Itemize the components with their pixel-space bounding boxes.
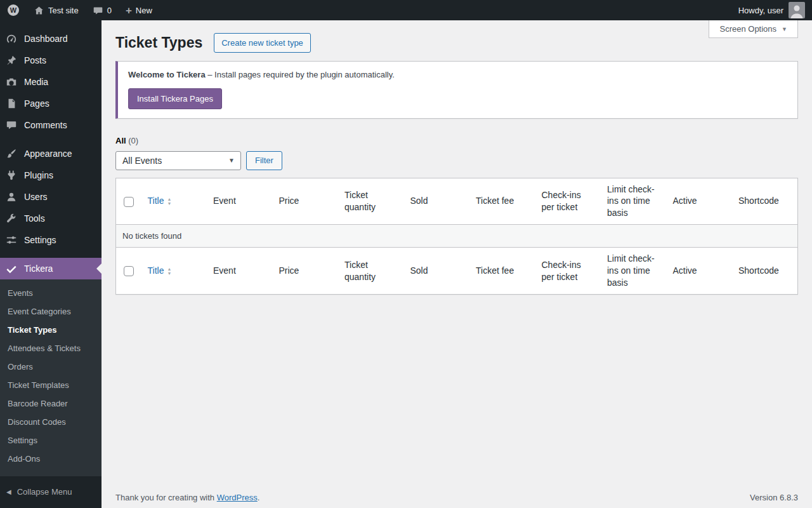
filter-button[interactable]: Filter: [246, 151, 282, 170]
menu-separator: [0, 251, 102, 258]
sidebar-item-label: Dashboard: [24, 34, 68, 44]
column-title: Title: [148, 265, 164, 277]
new-menu[interactable]: + New: [119, 0, 159, 20]
submenu-item-discount-codes[interactable]: Discount Codes: [0, 413, 102, 431]
ticket-types-table: Title▲▼ Event Price Ticket quantity Sold…: [115, 178, 798, 295]
page-header: Ticket Types Create new ticket type: [115, 33, 798, 53]
page-title: Ticket Types: [115, 34, 202, 53]
sort-title-link[interactable]: Title▲▼: [148, 195, 172, 207]
collapse-menu-button[interactable]: ◀ Collapse Menu: [0, 482, 102, 502]
speech-bubble-icon: [5, 119, 18, 131]
table-header-row: Title▲▼ Event Price Ticket quantity Sold…: [116, 178, 798, 225]
admin-bar-left: W Test site 0 + New: [0, 0, 159, 20]
site-name-label: Test site: [48, 6, 79, 15]
column-sold: Sold: [404, 248, 470, 295]
filter-all-link[interactable]: All (0): [115, 136, 138, 145]
sidebar-item-users[interactable]: Users: [0, 186, 102, 208]
svg-text:W: W: [10, 6, 17, 14]
avatar: [789, 2, 805, 18]
sidebar-item-appearance[interactable]: Appearance: [0, 143, 102, 164]
submenu-item-orders[interactable]: Orders: [0, 358, 102, 376]
main-content: Screen Options ▼ Ticket Types Create new…: [102, 20, 812, 508]
column-event: Event: [207, 178, 273, 225]
sort-title-link-footer[interactable]: Title▲▼: [148, 265, 172, 277]
select-all-checkbox[interactable]: [124, 197, 134, 207]
column-ticket-fee: Ticket fee: [469, 178, 535, 225]
howdy-label: Howdy, user: [738, 6, 783, 15]
document-icon: [5, 97, 18, 110]
sidebar-item-tools[interactable]: Tools: [0, 208, 102, 229]
comments-count: 0: [107, 6, 112, 15]
wordpress-link[interactable]: WordPress: [217, 493, 258, 502]
column-price: Price: [273, 178, 339, 225]
sidebar-item-label: Users: [24, 192, 48, 202]
dashboard-icon: [5, 32, 18, 45]
new-label: New: [136, 6, 152, 15]
wordpress-logo-menu[interactable]: W: [0, 0, 27, 20]
collapse-arrow-icon: ◀: [6, 488, 11, 495]
submenu-item-attendees-tickets[interactable]: Attendees & Tickets: [0, 339, 102, 358]
sidebar-item-posts[interactable]: Posts: [0, 50, 102, 71]
sidebar-item-settings[interactable]: Settings: [0, 229, 102, 251]
column-limit-checkins: Limit check-ins on time basis: [601, 248, 667, 295]
table-footer-row: Title▲▼ Event Price Ticket quantity Sold…: [116, 248, 798, 295]
sidebar-item-pages[interactable]: Pages: [0, 93, 102, 114]
admin-menu: Dashboard Posts Media Pages Comments App…: [0, 20, 102, 508]
chevron-down-icon: ▼: [782, 26, 787, 32]
site-name-menu[interactable]: Test site: [27, 0, 86, 20]
events-filter-select[interactable]: All Events ▼: [115, 151, 241, 170]
sidebar-item-tickera[interactable]: Tickera: [0, 258, 102, 279]
submenu-item-add-ons[interactable]: Add-Ons: [0, 450, 102, 468]
sidebar-item-label: Appearance: [24, 149, 72, 159]
submenu-item-events[interactable]: Events: [0, 284, 102, 302]
screen-options-label: Screen Options: [719, 24, 776, 34]
admin-bar-right: Howdy, user: [731, 0, 812, 20]
submenu-item-event-categories[interactable]: Event Categories: [0, 302, 102, 321]
menu-separator: [0, 136, 102, 143]
collapse-menu-label: Collapse Menu: [17, 487, 72, 497]
submenu-item-ticket-templates[interactable]: Ticket Templates: [0, 376, 102, 394]
wordpress-logo-icon: W: [7, 4, 20, 17]
submenu-item-ticket-types[interactable]: Ticket Types: [0, 321, 102, 339]
footer-thanks-period: .: [258, 493, 260, 502]
table-row: No tickets found: [116, 225, 798, 248]
column-checkins-per-ticket: Check-ins per ticket: [535, 248, 601, 295]
events-filter-value: All Events: [122, 156, 162, 166]
footer-version: Version 6.8.3: [750, 493, 798, 502]
footer-thanks: Thank you for creating with WordPress.: [115, 493, 259, 502]
column-sold: Sold: [404, 178, 470, 225]
column-checkins-per-ticket: Check-ins per ticket: [535, 178, 601, 225]
sort-arrows-icon: ▲▼: [167, 197, 171, 206]
tickera-submenu: Events Event Categories Ticket Types Att…: [0, 279, 102, 476]
user-icon: [5, 190, 18, 203]
sidebar-item-media[interactable]: Media: [0, 71, 102, 93]
sidebar-item-label: Pages: [24, 98, 49, 109]
select-all-checkbox-footer[interactable]: [124, 266, 134, 276]
comments-bubble-icon: [93, 5, 103, 16]
submenu-item-barcode-reader[interactable]: Barcode Reader: [0, 394, 102, 413]
sidebar-item-label: Tools: [24, 213, 45, 224]
install-tickera-pages-button[interactable]: Install Tickera Pages: [128, 88, 222, 109]
filter-all-label: All: [115, 136, 126, 145]
empty-table-message: No tickets found: [116, 225, 798, 248]
submenu-item-settings[interactable]: Settings: [0, 431, 102, 450]
column-title: Title: [148, 195, 164, 207]
comments-menu[interactable]: 0: [86, 0, 119, 20]
screen-options-toggle[interactable]: Screen Options ▼: [709, 20, 798, 38]
sidebar-item-dashboard[interactable]: Dashboard: [0, 28, 102, 50]
chevron-down-icon: ▼: [228, 157, 235, 164]
admin-bar: W Test site 0 + New Howdy, user: [0, 0, 812, 20]
plus-icon: +: [126, 5, 132, 16]
sidebar-item-label: Tickera: [24, 264, 53, 274]
checkmark-icon: [5, 262, 18, 275]
column-price: Price: [273, 248, 339, 295]
sidebar-item-label: Settings: [24, 235, 56, 245]
create-ticket-type-button[interactable]: Create new ticket type: [214, 33, 311, 53]
column-ticket-quantity: Ticket quantity: [338, 178, 404, 225]
sort-arrows-icon: ▲▼: [167, 267, 171, 276]
table-nav: All Events ▼ Filter: [115, 151, 798, 170]
sidebar-item-plugins[interactable]: Plugins: [0, 164, 102, 186]
sidebar-item-comments[interactable]: Comments: [0, 114, 102, 136]
my-account-menu[interactable]: Howdy, user: [731, 0, 812, 20]
home-icon: [34, 5, 44, 16]
